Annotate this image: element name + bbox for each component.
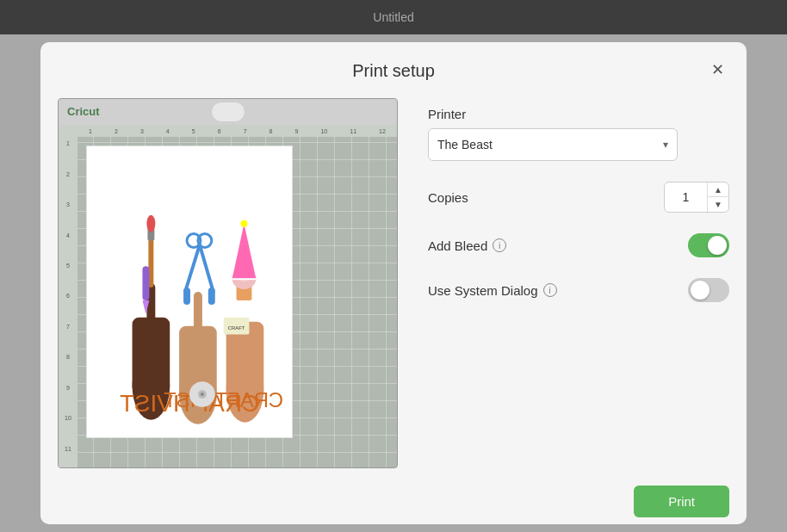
use-system-dialog-toggle-knob [691, 281, 710, 300]
modal-title: Print setup [352, 61, 435, 81]
mat-ruler-top: 1 2 3 4 5 6 7 8 9 10 11 12 [77, 125, 397, 137]
print-button[interactable]: Print [634, 486, 729, 517]
print-image-preview: CRAFTIVIST CRAFTIVIST CRAFT [86, 145, 293, 438]
modal-body: Cricut 1 2 3 4 5 6 [40, 90, 747, 486]
close-button[interactable]: ✕ [705, 58, 729, 82]
mat-handle [211, 102, 245, 122]
svg-text:CRAFTIVIST: CRAFTIVIST [164, 388, 283, 411]
svg-rect-10 [194, 292, 202, 335]
svg-rect-16 [208, 288, 215, 305]
printer-selected-value: The Beast [437, 138, 493, 152]
modal-header: Print setup ✕ [40, 42, 747, 90]
content-area: CRAFTIVIST CRAFTIVIST CRAFT [77, 137, 397, 467]
svg-text:CRAFT: CRAFT [228, 325, 245, 331]
copies-row: Copies 1 ▲ ▼ [428, 182, 729, 213]
top-bar: Untitled [0, 0, 787, 34]
use-system-dialog-info-icon[interactable]: i [543, 283, 557, 297]
print-setup-modal: Print setup ✕ Cricut [40, 42, 747, 524]
svg-rect-3 [133, 318, 170, 394]
copies-label: Copies [428, 190, 468, 205]
svg-rect-31 [142, 266, 149, 300]
copies-spinner: 1 ▲ ▼ [664, 182, 729, 213]
copies-value: 1 [665, 182, 708, 212]
app-title: Untitled [373, 10, 413, 24]
preview-area: Cricut 1 2 3 4 5 6 [58, 98, 402, 468]
cricut-logo: Cricut [67, 104, 119, 118]
settings-area: Printer The Beast ▾ Copies 1 ▲ ▼ [428, 98, 729, 468]
spinner-buttons: ▲ ▼ [708, 182, 728, 212]
svg-point-35 [201, 393, 204, 396]
copies-decrement-button[interactable]: ▼ [708, 197, 728, 212]
svg-rect-15 [183, 288, 190, 305]
printer-dropdown[interactable]: The Beast ▾ [428, 128, 678, 161]
add-bleed-toggle[interactable] [688, 233, 729, 257]
svg-point-26 [241, 220, 248, 227]
svg-text:Cricut: Cricut [67, 105, 100, 118]
add-bleed-row: Add Bleed i [428, 233, 729, 257]
printer-section: Printer The Beast ▾ [428, 107, 729, 161]
copies-increment-button[interactable]: ▲ [708, 182, 728, 197]
modal-overlay: Print setup ✕ Cricut [0, 34, 787, 532]
printer-dropdown-arrow: ▾ [663, 139, 668, 151]
close-icon: ✕ [711, 60, 724, 79]
modal-footer: Print [40, 486, 747, 532]
mat-ruler-left: 1 2 3 4 5 6 7 8 9 10 11 [59, 125, 77, 467]
add-bleed-info-icon[interactable]: i [493, 238, 506, 252]
add-bleed-label: Add Bleed i [428, 238, 506, 253]
add-bleed-toggle-knob [708, 236, 727, 255]
use-system-dialog-toggle[interactable] [688, 278, 729, 302]
use-system-dialog-label: Use System Dialog i [428, 283, 557, 298]
svg-point-7 [146, 215, 155, 232]
cutting-mat: Cricut 1 2 3 4 5 6 [58, 98, 398, 468]
mat-top-bar: Cricut [59, 99, 397, 125]
use-system-dialog-row: Use System Dialog i [428, 278, 729, 302]
printer-label: Printer [428, 107, 729, 121]
